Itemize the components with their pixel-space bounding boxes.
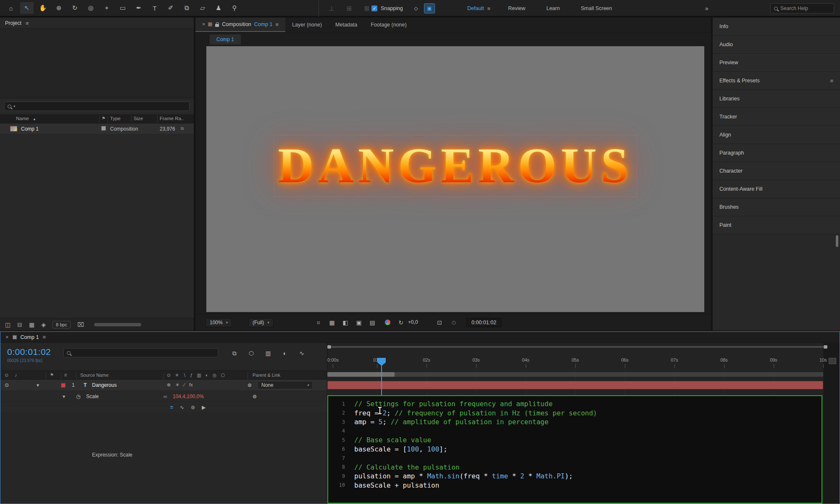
motion-blur-column-icon[interactable]: ◐ xyxy=(205,373,208,378)
audio-column-icon[interactable]: ♪ xyxy=(15,373,17,378)
orbit-camera-tool-icon[interactable]: ◎ xyxy=(84,2,97,14)
workspace-tab[interactable]: Default ≡ xyxy=(467,5,490,12)
preview-timecode[interactable]: 0:00:01:02 xyxy=(466,318,502,327)
interpret-footage-icon[interactable]: ◫ xyxy=(5,321,11,328)
sidebar-panel-tab[interactable]: Paragraph xyxy=(713,144,840,162)
expression-pickwhip-icon[interactable]: ⊚ xyxy=(191,404,195,410)
lock-icon[interactable] xyxy=(215,24,219,27)
dangerous-text-layer[interactable]: DANGEROUS xyxy=(278,141,633,191)
constrain-link-icon[interactable]: ∞ xyxy=(163,394,167,399)
column-divider[interactable] xyxy=(99,115,100,123)
expression-line[interactable]: 9pulsation = amp * Math.sin(freq * time … xyxy=(328,472,822,481)
timeline-track-area[interactable]: 0:00s01s02s03s04s05s06s07s08s09s10s 1// … xyxy=(327,343,840,504)
expression-line[interactable]: 1// Settings for pulsation frequency and… xyxy=(328,399,822,409)
navigator-bar[interactable] xyxy=(332,346,823,348)
layer-duration-bar[interactable] xyxy=(327,381,823,389)
close-icon[interactable]: × xyxy=(5,334,9,340)
frame-blending-icon[interactable]: ▥ xyxy=(262,348,274,358)
puppet-pin-tool-icon[interactable]: ⚲ xyxy=(228,2,241,14)
rotate-tool-icon[interactable]: ↻ xyxy=(68,2,82,14)
viewer-tab[interactable]: Metadata xyxy=(329,18,364,32)
composition-canvas[interactable]: DANGEROUS DANGEROUS xyxy=(206,46,704,312)
snap-to-features-icon[interactable]: ▣ xyxy=(424,3,435,13)
hand-tool-icon[interactable]: ✋ xyxy=(36,2,50,14)
property-expand-arrow-icon[interactable]: ▾ xyxy=(63,394,65,399)
property-pickwhip-icon[interactable]: ⊚ xyxy=(253,394,257,399)
scale-property-row[interactable]: ▾ ◷ Scale ∞ 104,4,100,0% ⊚ xyxy=(0,391,327,402)
show-channels-icon[interactable] xyxy=(384,319,391,326)
home-icon[interactable]: ⌂ xyxy=(4,2,18,14)
view-layout-icon[interactable]: ▣ xyxy=(353,318,364,327)
project-flowchart-icon[interactable]: ◈ xyxy=(41,321,46,328)
stopwatch-icon[interactable]: ◷ xyxy=(76,394,80,399)
eraser-tool-icon[interactable]: ▱ xyxy=(196,2,209,14)
sidebar-panel-tab[interactable]: Character xyxy=(713,162,840,180)
sidebar-scrollbar-thumb[interactable] xyxy=(836,235,838,247)
shy-column-icon[interactable]: ⊙ xyxy=(167,373,171,378)
column-divider[interactable] xyxy=(163,373,164,380)
column-divider[interactable] xyxy=(61,373,61,380)
layer-expand-arrow-icon[interactable]: ▾ xyxy=(37,382,39,388)
label-column-icon[interactable]: ⚑ xyxy=(102,116,105,121)
world-axis-mode-icon[interactable]: ⊞ xyxy=(342,3,356,14)
expression-editor[interactable]: 1// Settings for pulsation frequency and… xyxy=(327,395,822,504)
expression-menu-icon[interactable]: ▶ xyxy=(202,404,205,410)
timeline-navigator[interactable] xyxy=(327,345,827,349)
video-column-icon[interactable]: ⊙ xyxy=(5,373,8,378)
column-divider[interactable] xyxy=(248,373,248,380)
expression-line[interactable]: 8// Calculate the pulsation xyxy=(328,463,822,472)
scale-value[interactable]: 104,4,100,0% xyxy=(173,394,204,399)
parent-link-column-header[interactable]: Parent & Link xyxy=(253,373,280,378)
timeline-search-box[interactable] xyxy=(63,348,218,357)
sidebar-panel-tab[interactable]: Audio xyxy=(713,36,840,54)
expression-line[interactable]: 4 xyxy=(328,427,822,436)
column-divider[interactable] xyxy=(108,115,108,123)
layer-name[interactable]: Dangerous xyxy=(92,382,117,388)
snapping-checkbox[interactable]: ✓ xyxy=(371,5,377,11)
color-depth-button[interactable]: 8 bpc xyxy=(53,321,71,328)
column-frame-rate[interactable]: Frame Ra.. xyxy=(160,116,184,121)
project-panel-menu-icon[interactable]: ≡ xyxy=(26,20,29,26)
column-divider[interactable] xyxy=(76,373,76,380)
layer-fx-switch-icon[interactable]: fx xyxy=(189,382,193,388)
new-composition-icon[interactable]: ▦ xyxy=(29,321,34,328)
mask-visibility-icon[interactable]: ◧ xyxy=(340,318,351,327)
zoom-tool-icon[interactable]: ⊕ xyxy=(52,2,66,14)
sidebar-panel-tab[interactable]: Effects & Presets ≡ xyxy=(713,72,840,90)
panel-menu-icon[interactable]: ≡ xyxy=(276,21,279,28)
panel-menu-icon[interactable]: ≡ xyxy=(830,78,833,84)
graph-editor-icon[interactable]: ∿ xyxy=(296,348,308,358)
expression-graph-icon[interactable]: ∿ xyxy=(180,404,184,410)
timeline-tab-comp-1[interactable]: Comp 1 xyxy=(21,334,39,340)
column-size[interactable]: Size xyxy=(134,116,143,121)
parent-pickwhip-icon[interactable]: ⊚ xyxy=(248,382,252,388)
composition-viewport[interactable]: DANGEROUS DANGEROUS xyxy=(195,45,711,314)
frame-blend-column-icon[interactable]: ▥ xyxy=(197,373,201,378)
expression-line[interactable]: 10baseScale + pulsation xyxy=(328,481,822,490)
current-time-indicator-line[interactable] xyxy=(381,365,382,395)
exposure-value[interactable]: +0,0 xyxy=(408,318,418,325)
label-column-icon[interactable]: ⚑ xyxy=(50,373,54,377)
type-tool-icon[interactable]: T xyxy=(148,2,161,14)
horizontal-scrollbar[interactable] xyxy=(94,323,141,326)
magnification-dropdown[interactable]: 100% ▾ xyxy=(205,318,232,327)
pixel-aspect-icon[interactable]: ▤ xyxy=(367,318,378,327)
panel-menu-icon[interactable]: ≡ xyxy=(42,334,46,340)
workspace-tab[interactable]: Learn xyxy=(546,5,563,11)
sidebar-panel-tab[interactable]: Content-Aware Fill xyxy=(713,180,840,198)
search-scope-arrow-icon[interactable]: ▾ xyxy=(13,104,16,108)
workspace-tab[interactable]: Review xyxy=(508,5,529,11)
comp-viewer-tab[interactable]: Comp 1 xyxy=(210,34,241,45)
adjustment-column-icon[interactable]: ◎ xyxy=(213,373,217,378)
expression-enable-icon[interactable]: = xyxy=(170,404,173,410)
tab-composition[interactable]: × Composition Comp 1 ≡ xyxy=(195,18,285,32)
selection-tool-icon[interactable]: ↖ xyxy=(20,2,34,14)
expression-line[interactable]: 3amp = 5; // amplitude of pulsation in p… xyxy=(328,417,822,427)
comp-marker-bin[interactable] xyxy=(829,358,836,364)
sidebar-panel-tab[interactable]: Brushes xyxy=(713,198,840,216)
layer-visibility-icon[interactable]: ⊙ xyxy=(5,382,9,388)
time-ruler[interactable]: 0:00s01s02s03s04s05s06s07s08s09s10s xyxy=(327,357,840,370)
mini-flowchart-icon[interactable]: ⧉ xyxy=(229,348,240,358)
clone-stamp-tool-icon[interactable]: ⧉ xyxy=(180,2,193,14)
project-search-box[interactable]: ▾ xyxy=(4,102,190,111)
